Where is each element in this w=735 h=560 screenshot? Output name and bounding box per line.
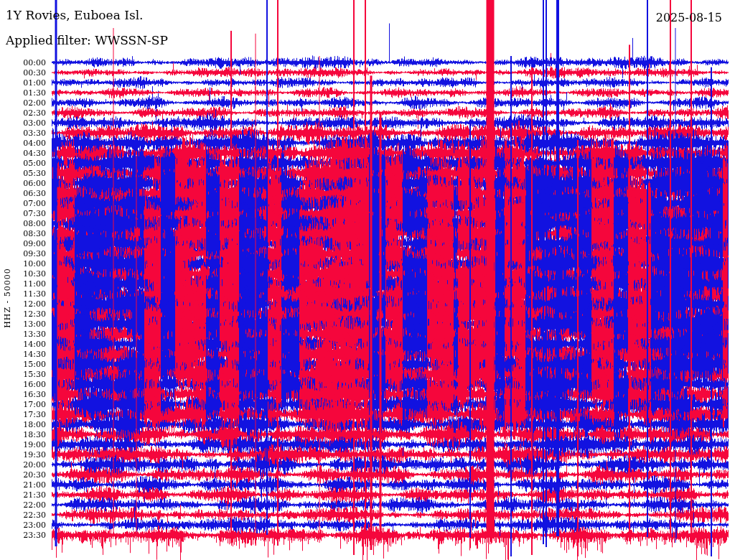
time-label-0030: 00:30 <box>0 68 46 78</box>
time-label-2130: 21:30 <box>0 490 46 500</box>
time-label-0430: 04:30 <box>0 149 46 158</box>
time-label-0400: 04:00 <box>0 139 46 148</box>
time-label-1530: 15:30 <box>0 370 46 379</box>
time-label-1830: 18:30 <box>0 430 46 439</box>
time-label-0300: 03:00 <box>0 118 46 128</box>
time-label-1500: 15:00 <box>0 360 46 369</box>
time-label-0900: 09:00 <box>0 239 46 248</box>
time-label-0700: 07:00 <box>0 199 46 208</box>
time-label-1730: 17:30 <box>0 410 46 419</box>
time-label-1030: 10:30 <box>0 269 46 279</box>
time-label-1300: 13:00 <box>0 319 46 329</box>
time-label-0230: 02:30 <box>0 108 46 118</box>
time-label-0100: 01:00 <box>0 78 46 88</box>
filter-label: Applied filter: WWSSN-SP <box>6 33 168 47</box>
time-label-0130: 01:30 <box>0 88 46 98</box>
time-label-1900: 19:00 <box>0 440 46 449</box>
time-label-2200: 22:00 <box>0 500 46 510</box>
time-label-2100: 21:00 <box>0 480 46 490</box>
time-label-0930: 09:30 <box>0 249 46 258</box>
time-label-2330: 23:30 <box>0 531 46 540</box>
time-label-1630: 16:30 <box>0 390 46 399</box>
helicorder-page: 1Y Rovies, Euboea Isl. Applied filter: W… <box>0 0 735 560</box>
time-label-2030: 20:30 <box>0 470 46 480</box>
time-label-1700: 17:00 <box>0 400 46 409</box>
time-label-1100: 11:00 <box>0 279 46 289</box>
time-label-0800: 08:00 <box>0 219 46 228</box>
time-label-0530: 05:30 <box>0 169 46 178</box>
time-label-1200: 12:00 <box>0 299 46 309</box>
time-label-0830: 08:30 <box>0 229 46 238</box>
time-label-0630: 06:30 <box>0 189 46 198</box>
time-label-0600: 06:00 <box>0 179 46 188</box>
time-label-1130: 11:30 <box>0 289 46 299</box>
helicorder-plot <box>0 0 735 560</box>
time-label-1230: 12:30 <box>0 309 46 319</box>
time-label-2000: 20:00 <box>0 460 46 470</box>
time-label-0330: 03:30 <box>0 129 46 138</box>
station-title: 1Y Rovies, Euboea Isl. <box>6 8 143 22</box>
time-label-0730: 07:30 <box>0 209 46 218</box>
time-label-1930: 19:30 <box>0 450 46 459</box>
time-label-0000: 00:00 <box>0 58 46 67</box>
time-label-2230: 22:30 <box>0 510 46 520</box>
time-label-1400: 14:00 <box>0 340 46 349</box>
time-label-1800: 18:00 <box>0 420 46 429</box>
time-label-0200: 02:00 <box>0 98 46 108</box>
time-label-2300: 23:00 <box>0 521 46 530</box>
time-label-0500: 05:00 <box>0 159 46 168</box>
time-label-1330: 13:30 <box>0 330 46 339</box>
time-label-1600: 16:00 <box>0 380 46 389</box>
date-label: 2025-08-15 <box>656 11 722 24</box>
time-label-1430: 14:30 <box>0 350 46 359</box>
time-label-1000: 10:00 <box>0 259 46 269</box>
